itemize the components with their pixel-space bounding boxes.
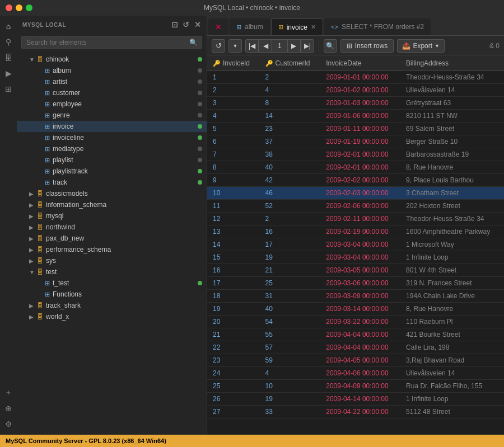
table-row[interactable]: 6372009-01-19 00:00:00Berger Straße 10 [207, 135, 504, 148]
table-row[interactable]: 122009-01-01 00:00:00Theodor-Heuss-Straß… [207, 71, 504, 84]
tab-album[interactable]: ⊞ album [230, 18, 270, 35]
sidebar-item-t-test[interactable]: ⊞ t_test [17, 277, 207, 289]
sidebar-item-sys[interactable]: ▶ 🗄 sys [17, 255, 207, 266]
cell-invoicedate: 2009-03-04 00:00:00 [320, 251, 400, 264]
database-icon[interactable]: 🗄 [2, 51, 15, 64]
status-bar: MySQL Community Server - GPL 8.0.23 (x86… [0, 435, 504, 447]
status-indicator [198, 169, 202, 173]
table-row[interactable]: 5232009-01-11 00:00:0069 Salem Street [207, 123, 504, 135]
tab-delete[interactable]: ✕ [208, 18, 228, 35]
table-row[interactable]: 11522009-02-06 00:00:00202 Hoxton Street [207, 200, 504, 213]
col-header-invoicedate[interactable]: InvoiceDate [320, 56, 400, 71]
sidebar-item-classicmodels[interactable]: ▶ 🗄 classicmodels [17, 188, 207, 199]
sidebar-item-information-schema[interactable]: ▶ 🗄 information_schema [17, 199, 207, 210]
table-row[interactable]: 21552009-04-04 00:00:00421 Bourke Street [207, 328, 504, 341]
cell-billingaddress: 3,Raj Bhavan Road [400, 354, 504, 367]
sidebar-item-invoice[interactable]: ⊞ invoice [17, 121, 207, 132]
table-row[interactable]: 2442009-04-06 00:00:00Ullevålsveien 14 [207, 367, 504, 380]
table-row[interactable]: 242009-01-02 00:00:00Ullevålsveien 14 [207, 84, 504, 97]
sidebar-item-artist[interactable]: ⊞ artist [17, 76, 207, 87]
sidebar-item-mediatype[interactable]: ⊞ mediatype [17, 143, 207, 154]
table-row[interactable]: 8402009-02-01 00:00:008, Rue Hanovre [207, 161, 504, 174]
cell-invoiceid: 5 [207, 123, 260, 135]
cell-invoicedate: 2009-02-03 00:00:00 [320, 187, 400, 200]
cell-invoiceid: 27 [207, 406, 260, 418]
close-button[interactable] [6, 4, 12, 11]
sidebar-close-icon[interactable]: ✕ [194, 20, 202, 29]
sidebar-refresh-icon[interactable]: ↺ [183, 20, 190, 29]
sidebar-item-playlisttrack[interactable]: ⊞ playlisttrack [17, 166, 207, 177]
tab-invoice[interactable]: ⊞ invoice ✕ [271, 18, 323, 35]
table-row[interactable]: 23592009-04-05 00:00:003,Raj Bhavan Road [207, 354, 504, 367]
sidebar-item-world-x[interactable]: ▶ 🗄 world_x [17, 311, 207, 322]
table-icon[interactable]: ⊞ [2, 83, 15, 95]
table-row[interactable]: 10462009-02-03 00:00:003 Chatham Street [207, 187, 504, 200]
cell-billingaddress: 194A Chain Lake Drive [400, 290, 504, 303]
export-button[interactable]: 📤 Export ▼ [397, 39, 445, 53]
table-row[interactable]: 17252009-03-06 00:00:00319 N. Frances St… [207, 277, 504, 290]
table-row[interactable]: 13162009-02-19 00:00:001600 Amphitheatre… [207, 225, 504, 238]
last-page-button[interactable]: ▶| [301, 39, 314, 53]
table-row[interactable]: 19402009-03-14 00:00:008, Rue Hanovre [207, 303, 504, 316]
table-row[interactable]: 26192009-04-14 00:00:001 Infinite Loop [207, 393, 504, 406]
table-row[interactable]: 22572009-04-04 00:00:00Calle Lira, 198 [207, 341, 504, 354]
first-page-button[interactable]: |◀ [245, 39, 259, 53]
icon-rail: ⌂ ⚲ 🗄 ▶ ⊞ ＋ ⊕ ⚙ [0, 16, 17, 435]
tab-orders[interactable]: <> SELECT * FROM orders #2 [324, 18, 431, 35]
table-row[interactable]: 14172009-03-04 00:00:001 Microsoft Way [207, 238, 504, 251]
maximize-button[interactable] [26, 4, 32, 11]
filter-button[interactable]: 🔍 [324, 39, 337, 53]
table-row[interactable]: 9422009-02-02 00:00:009, Place Louis Bar… [207, 174, 504, 187]
sidebar-item-mysql[interactable]: ▶ 🗄 mysql [17, 210, 207, 222]
sidebar-item-invoiceline[interactable]: ⊞ invoiceline [17, 132, 207, 143]
sidebar-item-genre[interactable]: ⊞ genre [17, 110, 207, 121]
sidebar-item-album[interactable]: ⊞ album [17, 65, 207, 76]
sidebar-item-playlist[interactable]: ⊞ playlist [17, 154, 207, 166]
table-row[interactable]: 20542009-03-22 00:00:00110 Raeburn Pl [207, 316, 504, 328]
table-row[interactable]: 18312009-03-09 00:00:00194A Chain Lake D… [207, 290, 504, 303]
sidebar-schema-icon[interactable]: ⊡ [171, 20, 179, 29]
table-row[interactable]: 1222009-02-11 00:00:00Theodor-Heuss-Stra… [207, 213, 504, 225]
minimize-button[interactable] [16, 4, 22, 11]
table-row[interactable]: 25102009-04-09 00:00:00Rua Dr. Falcão Fi… [207, 380, 504, 393]
cell-customerid: 17 [260, 238, 321, 251]
col-header-invoiceid[interactable]: 🔑 InvoiceId [207, 56, 260, 71]
sidebar-item-track-shark[interactable]: ▶ 🗄 track_shark [17, 300, 207, 311]
search-input[interactable] [21, 36, 202, 49]
tab-close-icon[interactable]: ✕ [311, 23, 316, 31]
sidebar-item-functions[interactable]: ⊞ Functions [17, 289, 207, 300]
sidebar-item-pax-db-new[interactable]: ▶ 🗄 pax_db_new [17, 233, 207, 244]
sidebar-item-test[interactable]: ▼ 🗄 test [17, 266, 207, 277]
window-controls[interactable] [6, 4, 32, 11]
sidebar-item-customer[interactable]: ⊞ customer [17, 87, 207, 98]
prev-page-button[interactable]: ◀ [259, 39, 272, 53]
sidebar-item-employee[interactable]: ⊞ employee [17, 98, 207, 110]
refresh-dropdown-button[interactable]: ▼ [228, 39, 242, 53]
settings-icon[interactable]: ⚙ [2, 418, 15, 430]
search-icon[interactable]: ⚲ [2, 36, 15, 48]
cell-customerid: 52 [260, 200, 321, 213]
col-header-customerid[interactable]: 🔑 CustomerId [260, 56, 321, 71]
cell-invoiceid: 14 [207, 238, 260, 251]
col-header-billingaddress[interactable]: BillingAddress [400, 56, 504, 71]
add-icon[interactable]: ＋ [2, 387, 15, 399]
query-icon[interactable]: ▶ [2, 67, 15, 79]
table-row[interactable]: 27332009-04-22 00:00:005112 48 Street [207, 406, 504, 418]
sidebar-item-performance-schema[interactable]: ▶ 🗄 performance_schema [17, 244, 207, 255]
insert-rows-button[interactable]: ⊞ Insert rows [340, 39, 394, 53]
sidebar-item-track[interactable]: ⊞ track [17, 177, 207, 188]
sidebar-item-northwind[interactable]: ▶ 🗄 northwind [17, 222, 207, 233]
table-row[interactable]: 16212009-03-05 00:00:00801 W 4th Street [207, 264, 504, 277]
home-icon[interactable]: ⌂ [2, 20, 15, 32]
table-row[interactable]: 7382009-02-01 00:00:00Barbarossastraße 1… [207, 148, 504, 161]
table-row[interactable]: 382009-01-03 00:00:00Grétrystraat 63 [207, 97, 504, 110]
cell-customerid: 16 [260, 225, 321, 238]
plugin-icon[interactable]: ⊕ [2, 402, 15, 415]
next-page-button[interactable]: ▶ [287, 39, 301, 53]
table-row[interactable]: 4142009-01-06 00:00:008210 111 ST NW [207, 110, 504, 123]
sidebar-item-chinook[interactable]: ▼ 🗄 chinook [17, 54, 207, 65]
sidebar-header-icons[interactable]: ⊡ ↺ ✕ [171, 20, 202, 29]
refresh-button[interactable]: ↺ [212, 39, 225, 53]
sidebar-item-label: mediatype [53, 145, 83, 153]
table-row[interactable]: 15192009-03-04 00:00:001 Infinite Loop [207, 251, 504, 264]
